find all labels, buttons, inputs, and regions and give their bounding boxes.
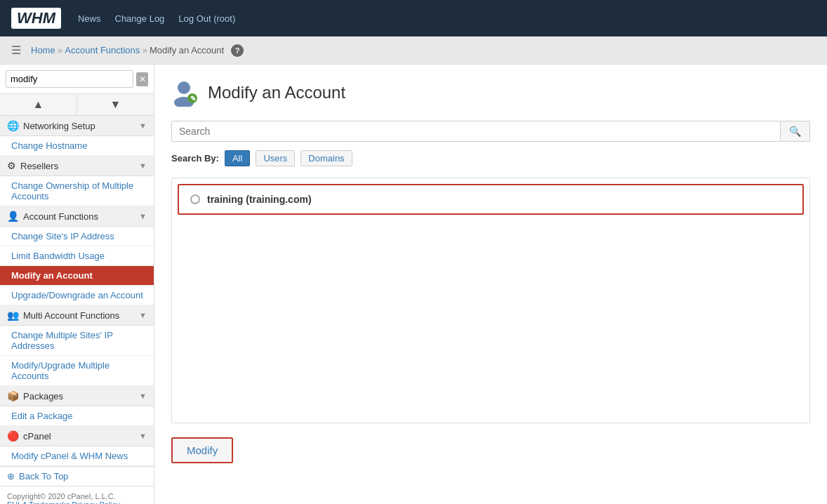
sidebar-nav-down-button[interactable]: ▼ — [77, 94, 154, 115]
sidebar-section-resellers-label: Resellers — [20, 161, 58, 171]
plus-icon: ⊕ — [7, 471, 15, 482]
topnav: WHM News Change Log Log Out (root) — [0, 0, 827, 37]
chevron-down-icon: ▼ — [139, 121, 147, 130]
sidebar-search-input[interactable] — [6, 70, 133, 88]
sidebar-nav-up-button[interactable]: ▲ — [0, 94, 77, 115]
trademarks-link[interactable]: Trademarks — [29, 500, 70, 504]
help-icon[interactable]: ? — [231, 44, 244, 57]
privacy-policy-link[interactable]: Privacy Policy — [72, 500, 119, 504]
multi-account-icon: 👥 — [7, 310, 19, 321]
footer-links: EULA Trademarks Privacy Policy — [7, 500, 147, 504]
svg-text:✎: ✎ — [190, 95, 196, 102]
sidebar-item-change-multiple-ip[interactable]: Change Multiple Sites' IP Addresses — [0, 326, 154, 356]
topnav-links: News Change Log Log Out (root) — [78, 13, 235, 24]
chevron-down-icon: ▼ — [139, 311, 147, 319]
account-search-input[interactable] — [171, 121, 781, 142]
sidebar-item-modify-upgrade-multiple[interactable]: Modify/Upgrade Multiple Accounts — [0, 356, 154, 386]
chevron-down-icon: ▼ — [139, 392, 147, 400]
sidebar-section-multi-account-label: Multi Account Functions — [23, 310, 119, 321]
packages-icon: 📦 — [7, 390, 19, 402]
hamburger-icon[interactable]: ☰ — [11, 44, 21, 57]
sidebar-item-change-ownership[interactable]: Change Ownership of Multiple Accounts — [0, 176, 154, 206]
account-functions-icon: 👤 — [7, 211, 19, 222]
logout-link[interactable]: Log Out (root) — [178, 13, 235, 24]
back-to-top[interactable]: ⊕ Back To Top — [0, 466, 154, 486]
search-box-row: 🔍 — [171, 121, 810, 142]
sidebar-section-packages[interactable]: 📦 Packages ▼ — [0, 386, 154, 406]
eula-link[interactable]: EULA — [7, 500, 27, 504]
breadcrumb-account-functions[interactable]: Account Functions — [65, 45, 140, 55]
sidebar-item-change-hostname[interactable]: Change Hostname — [0, 136, 154, 156]
modify-account-icon: ✎ — [171, 79, 199, 107]
svg-point-0 — [178, 81, 190, 94]
sidebar: ✕ ▲ ▼ 🌐 Networking Setup ▼ Change Hostna… — [0, 65, 154, 504]
sidebar-section-cpanel[interactable]: 🔴 cPanel ▼ — [0, 426, 154, 446]
sidebar-section-packages-label: Packages — [23, 391, 63, 402]
result-item-training[interactable]: training (training.com) — [178, 184, 804, 215]
breadcrumb-home[interactable]: Home — [31, 45, 55, 55]
page-title-row: ✎ Modify an Account — [171, 79, 810, 107]
sidebar-section-networking-label: Networking Setup — [23, 121, 95, 131]
breadcrumb-bar: ☰ Home » Account Functions » Modify an A… — [0, 37, 827, 65]
sidebar-nav-buttons: ▲ ▼ — [0, 94, 154, 116]
chevron-down-icon: ▼ — [139, 161, 147, 170]
sidebar-item-change-site-ip[interactable]: Change Site's IP Address — [0, 227, 154, 246]
account-search-button[interactable]: 🔍 — [781, 121, 810, 142]
modify-btn-row: Modify — [171, 437, 810, 463]
news-link[interactable]: News — [78, 13, 101, 24]
changelog-link[interactable]: Change Log — [115, 13, 165, 24]
chevron-down-icon: ▼ — [139, 212, 147, 220]
sidebar-search-clear-button[interactable]: ✕ — [136, 72, 148, 86]
main-content: ✎ Modify an Account 🔍 Search By: All Use… — [154, 65, 827, 504]
sidebar-item-edit-package[interactable]: Edit a Package — [0, 406, 154, 426]
search-by-users-button[interactable]: Users — [256, 150, 295, 166]
results-container: training (training.com) — [171, 178, 810, 423]
sidebar-section-resellers[interactable]: ⚙ Resellers ▼ — [0, 156, 154, 176]
breadcrumb: Home » Account Functions » Modify an Acc… — [31, 45, 224, 55]
sidebar-item-modify-cpanel-news[interactable]: Modify cPanel & WHM News — [0, 446, 154, 466]
sidebar-section-networking[interactable]: 🌐 Networking Setup ▼ — [0, 116, 154, 136]
sidebar-section-account-functions[interactable]: 👤 Account Functions ▼ — [0, 206, 154, 227]
copyright-text: Copyright© 2020 cPanel, L.L.C. — [7, 492, 147, 500]
sidebar-footer: Copyright© 2020 cPanel, L.L.C. EULA Trad… — [0, 486, 154, 504]
search-by-label: Search By: — [171, 153, 219, 164]
whm-logo: WHM — [11, 8, 61, 29]
sidebar-search-row: ✕ — [0, 65, 154, 94]
sidebar-item-limit-bandwidth[interactable]: Limit Bandwidth Usage — [0, 246, 154, 266]
breadcrumb-current: Modify an Account — [150, 45, 224, 55]
resellers-icon: ⚙ — [7, 160, 16, 171]
sidebar-section-cpanel-label: cPanel — [23, 431, 51, 442]
chevron-down-icon: ▼ — [139, 432, 147, 440]
main-layout: ✕ ▲ ▼ 🌐 Networking Setup ▼ Change Hostna… — [0, 65, 827, 504]
modify-button[interactable]: Modify — [171, 437, 233, 463]
result-label: training (training.com) — [207, 194, 312, 205]
search-by-row: Search By: All Users Domains — [171, 150, 810, 166]
page-title: Modify an Account — [208, 83, 345, 102]
sidebar-section-account-functions-label: Account Functions — [23, 211, 98, 222]
sidebar-item-upgrade-downgrade[interactable]: Upgrade/Downgrade an Account — [0, 286, 154, 305]
cpanel-icon: 🔴 — [7, 430, 19, 442]
sidebar-section-multi-account[interactable]: 👥 Multi Account Functions ▼ — [0, 305, 154, 326]
networking-icon: 🌐 — [7, 120, 19, 131]
result-radio[interactable] — [190, 194, 200, 204]
search-by-domains-button[interactable]: Domains — [300, 150, 352, 166]
sidebar-item-modify-account[interactable]: Modify an Account — [0, 266, 154, 286]
back-to-top-label: Back To Top — [19, 471, 68, 482]
search-by-all-button[interactable]: All — [225, 150, 250, 166]
